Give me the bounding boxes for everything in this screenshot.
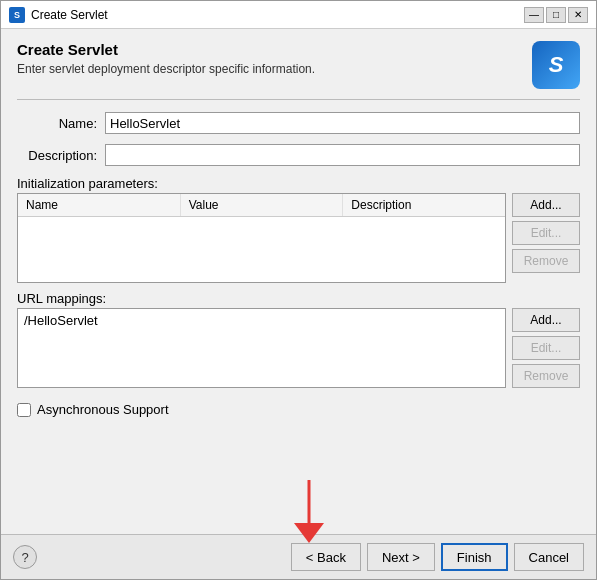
next-button[interactable]: Next >: [367, 543, 435, 571]
col-description: Description: [343, 194, 505, 216]
bottom-bar: ? < Back Next > Finish Cancel: [1, 534, 596, 579]
window-controls: — □ ✕: [524, 7, 588, 23]
finish-button[interactable]: Finish: [441, 543, 508, 571]
header-logo: S: [532, 41, 580, 89]
name-row: Name:: [17, 112, 580, 134]
url-mappings-buttons: Add... Edit... Remove: [512, 308, 580, 388]
create-servlet-dialog: S Create Servlet — □ ✕ Create Servlet En…: [0, 0, 597, 580]
init-params-remove-button[interactable]: Remove: [512, 249, 580, 273]
name-label: Name:: [17, 116, 97, 131]
url-edit-button[interactable]: Edit...: [512, 336, 580, 360]
init-params-add-button[interactable]: Add...: [512, 193, 580, 217]
init-params-edit-button[interactable]: Edit...: [512, 221, 580, 245]
dialog-subtitle: Enter servlet deployment descriptor spec…: [17, 62, 315, 76]
col-value: Value: [181, 194, 344, 216]
help-area: ?: [13, 545, 37, 569]
header-text: Create Servlet Enter servlet deployment …: [17, 41, 315, 76]
dialog-header: Create Servlet Enter servlet deployment …: [17, 41, 580, 100]
window-icon: S: [9, 7, 25, 23]
navigation-buttons: < Back Next > Finish Cancel: [291, 543, 584, 571]
init-params-section: Initialization parameters: Name Value De…: [17, 176, 580, 283]
url-mappings-section: URL mappings: /HelloServlet Add... Edit.…: [17, 291, 580, 388]
init-params-header: Name Value Description: [18, 194, 505, 217]
url-add-button[interactable]: Add...: [512, 308, 580, 332]
name-input[interactable]: [105, 112, 580, 134]
minimize-button[interactable]: —: [524, 7, 544, 23]
description-row: Description:: [17, 144, 580, 166]
url-mappings-label: URL mappings:: [17, 291, 106, 306]
url-mappings-table: /HelloServlet: [17, 308, 506, 388]
close-button[interactable]: ✕: [568, 7, 588, 23]
async-support-label: Asynchronous Support: [37, 402, 169, 417]
description-input[interactable]: [105, 144, 580, 166]
help-button[interactable]: ?: [13, 545, 37, 569]
url-mapping-value: /HelloServlet: [24, 313, 98, 328]
dialog-title: Create Servlet: [17, 41, 315, 58]
col-name: Name: [18, 194, 181, 216]
init-params-table-area: Name Value Description Add... Edit... Re…: [17, 193, 580, 283]
async-support-row: Asynchronous Support: [17, 402, 580, 417]
title-bar: S Create Servlet — □ ✕: [1, 1, 596, 29]
init-params-label: Initialization parameters:: [17, 176, 158, 191]
back-button[interactable]: < Back: [291, 543, 361, 571]
url-remove-button[interactable]: Remove: [512, 364, 580, 388]
cancel-button[interactable]: Cancel: [514, 543, 584, 571]
maximize-button[interactable]: □: [546, 7, 566, 23]
url-mappings-area: /HelloServlet Add... Edit... Remove: [17, 308, 580, 388]
init-params-table: Name Value Description: [17, 193, 506, 283]
window-title: Create Servlet: [31, 8, 518, 22]
dialog-content: Create Servlet Enter servlet deployment …: [1, 29, 596, 534]
description-label: Description:: [17, 148, 97, 163]
init-params-buttons: Add... Edit... Remove: [512, 193, 580, 283]
async-support-checkbox[interactable]: [17, 403, 31, 417]
init-params-body: [18, 217, 505, 277]
